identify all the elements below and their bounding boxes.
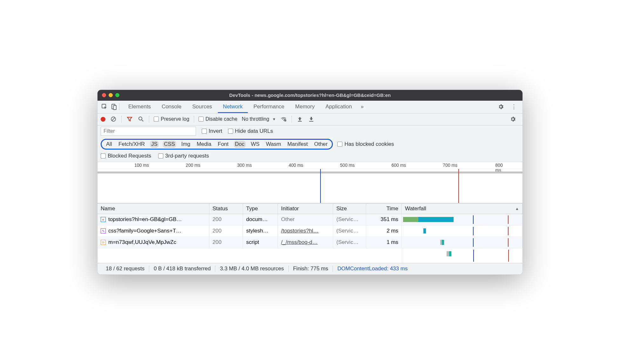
panel-tabs: Elements Console Sources Network Perform… [98,101,522,113]
tab-performance[interactable]: Performance [248,100,289,113]
type-filter-row: All Fetch/XHR JS CSS Img Media Font Doc … [98,137,522,152]
script-icon: ⟳ [101,240,106,245]
settings-icon[interactable] [495,104,507,110]
download-icon[interactable] [308,116,315,123]
svg-point-7 [283,120,284,121]
document-icon: ≡ [101,217,106,222]
minimize-icon[interactable] [109,93,113,97]
kebab-menu-icon[interactable]: ⋮ [508,103,520,110]
tab-network[interactable]: Network [218,100,248,113]
zoom-icon[interactable] [115,93,119,97]
table-row[interactable]: ≡topstories?hl=en-GB&gl=GB… 200 docum… O… [98,214,522,226]
type-filter-chips: All Fetch/XHR JS CSS Img Media Font Doc … [101,139,333,150]
table-header: Name Status Type Initiator Size Time Wat… [98,203,522,214]
more-tabs-icon[interactable]: » [358,104,367,110]
inspect-icon[interactable] [100,102,109,111]
tab-sources[interactable]: Sources [187,100,217,113]
chip-doc[interactable]: Doc [234,141,246,148]
devtools-window: DevTools - news.google.com/topstories?hl… [97,90,523,275]
tab-application[interactable]: Application [320,100,357,113]
device-toggle-icon[interactable] [110,102,118,111]
chip-js[interactable]: JS [150,141,159,148]
table-row [98,248,522,263]
col-initiator[interactable]: Initiator [278,204,333,214]
chip-font[interactable]: Font [217,141,230,148]
request-table: ≡topstories?hl=en-GB&gl=GB… 200 docum… O… [98,214,522,263]
sort-icon: ▲ [515,206,519,211]
invert-checkbox[interactable]: Invert [202,128,222,134]
search-icon[interactable] [138,116,145,123]
titlebar[interactable]: DevTools - news.google.com/topstories?hl… [98,90,522,101]
svg-point-5 [139,117,142,120]
tab-memory[interactable]: Memory [290,100,320,113]
blocked-requests-checkbox[interactable]: Blocked Requests [101,153,151,159]
chip-media[interactable]: Media [195,141,212,148]
status-dcl: DOMContentLoaded: 433 ms [333,266,412,272]
col-name[interactable]: Name [98,204,209,214]
chip-ws[interactable]: WS [250,141,261,148]
tab-console[interactable]: Console [157,100,186,113]
status-finish: Finish: 775 ms [289,266,333,272]
status-transferred: 0 B / 418 kB transferred [149,266,215,272]
svg-rect-10 [309,121,313,122]
chip-wasm[interactable]: Wasm [265,141,282,148]
chip-all[interactable]: All [105,141,113,148]
col-waterfall[interactable]: Waterfall▲ [402,204,522,214]
chip-img[interactable]: Img [180,141,192,148]
timeline-overview[interactable]: 100 ms 200 ms 300 ms 400 ms 500 ms 600 m… [98,162,522,203]
chip-fetch-xhr[interactable]: Fetch/XHR [117,141,146,148]
record-button[interactable] [101,117,105,122]
stylesheet-icon: ✎ [101,228,106,233]
preserve-log-checkbox[interactable]: Preserve log [154,116,189,122]
tab-elements[interactable]: Elements [123,100,156,113]
close-icon[interactable] [102,93,106,97]
third-party-checkbox[interactable]: 3rd-party requests [158,153,209,159]
col-size[interactable]: Size [333,204,366,214]
col-type[interactable]: Type [243,204,278,214]
chip-manifest[interactable]: Manifest [286,141,309,148]
filter-row: Invert Hide data URLs [98,125,522,137]
network-toolbar: Preserve log Disable cache No throttling… [98,113,522,125]
filter-icon[interactable] [126,116,133,123]
svg-line-4 [112,118,115,121]
status-resources: 3.3 MB / 4.0 MB resources [215,266,288,272]
chip-other[interactable]: Other [313,141,329,148]
throttling-select[interactable]: No throttling▼ [242,116,276,122]
svg-line-6 [142,120,143,121]
disable-cache-checkbox[interactable]: Disable cache [199,116,238,122]
upload-icon[interactable] [296,116,303,123]
col-time[interactable]: Time [366,204,402,214]
filter-input[interactable] [101,127,196,136]
table-row[interactable]: ⟳m=n73qwf,UUJqVe,MpJwZc 200 script /_/ms… [98,237,522,248]
status-bar: 18 / 62 requests 0 B / 418 kB transferre… [98,263,522,274]
chip-css[interactable]: CSS [163,141,176,148]
network-conditions-icon[interactable] [280,116,287,123]
status-requests: 18 / 62 requests [101,266,149,272]
has-blocked-cookies-checkbox[interactable]: Has blocked cookies [337,141,394,147]
svg-rect-9 [298,121,302,122]
hide-data-urls-checkbox[interactable]: Hide data URLs [228,128,273,134]
clear-icon[interactable] [110,116,117,123]
col-status[interactable]: Status [209,204,243,214]
window-title: DevTools - news.google.com/topstories?hl… [98,92,522,98]
svg-rect-2 [113,105,116,110]
table-row[interactable]: ✎css?family=Google+Sans+T… 200 stylesh… … [98,226,522,237]
extra-filter-row: Blocked Requests 3rd-party requests [98,152,522,162]
network-settings-icon[interactable] [507,116,519,122]
